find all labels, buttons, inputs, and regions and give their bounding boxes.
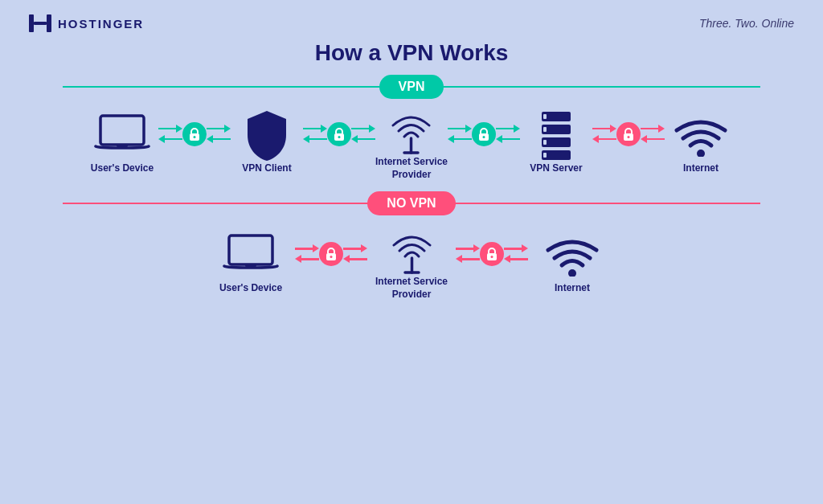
svg-point-47: [330, 256, 333, 258]
novpn-connector-2: [456, 242, 528, 266]
svg-marker-12: [321, 125, 327, 133]
hostinger-logo-icon: [29, 14, 51, 32]
svg-marker-53: [456, 255, 462, 263]
wifi-icon: [672, 111, 730, 159]
lock-icon-4: [616, 122, 641, 146]
svg-marker-39: [641, 135, 647, 143]
vpn-internet-label: Internet: [683, 162, 719, 175]
novpn-badge: NO VPN: [367, 191, 455, 215]
svg-marker-20: [465, 125, 472, 133]
svg-point-58: [568, 269, 576, 277]
novpn-divider: NO VPN: [24, 189, 799, 218]
svg-point-23: [483, 136, 485, 138]
svg-marker-17: [351, 135, 358, 143]
vpn-icon-row: User's Device: [24, 104, 799, 181]
svg-marker-34: [610, 125, 616, 133]
svg-rect-4: [104, 119, 141, 141]
svg-marker-38: [658, 125, 665, 133]
svg-marker-21: [448, 135, 454, 143]
server-icon: [535, 111, 577, 159]
laptop-icon-2: [223, 231, 279, 279]
svg-rect-33: [543, 153, 547, 158]
wifi-icon-2: [543, 231, 601, 279]
shield-icon: [243, 111, 291, 159]
svg-point-15: [338, 136, 340, 138]
svg-rect-29: [543, 127, 547, 132]
connector-1: [158, 122, 231, 146]
svg-marker-11: [207, 135, 213, 143]
vpn-user-device: User's Device: [86, 111, 158, 175]
svg-point-55: [491, 256, 493, 258]
svg-marker-6: [176, 125, 182, 133]
novpn-user-device: User's Device: [207, 231, 295, 295]
novpn-isp: Internet ServiceProvider: [367, 224, 456, 301]
novpn-isp-label: Internet ServiceProvider: [375, 276, 448, 301]
novpn-icon-row: User's Device: [24, 224, 799, 301]
svg-point-9: [193, 136, 195, 138]
laptop-icon: [94, 111, 150, 159]
novpn-lock-2: [480, 242, 504, 266]
diagrams: VPN User's Device: [0, 66, 823, 504]
svg-marker-16: [369, 125, 375, 133]
vpn-server-label: VPN Server: [530, 162, 582, 175]
svg-point-37: [628, 136, 630, 138]
svg-marker-35: [592, 135, 599, 143]
svg-marker-10: [224, 125, 231, 133]
svg-marker-44: [313, 244, 319, 252]
antenna-icon: [385, 104, 437, 153]
vpn-client-label: VPN Client: [242, 162, 291, 175]
novpn-internet-label: Internet: [555, 282, 590, 295]
tagline: Three. Two. Online: [699, 17, 794, 30]
novpn-user-device-label: User's Device: [219, 282, 282, 295]
svg-marker-45: [295, 255, 301, 263]
page: HOSTINGER Three. Two. Online How a VPN W…: [0, 0, 823, 504]
lock-icon-1: [182, 122, 207, 146]
novpn-lock-1: [319, 242, 343, 266]
svg-rect-31: [543, 140, 547, 145]
svg-rect-0: [29, 14, 34, 32]
svg-rect-27: [543, 114, 547, 119]
header: HOSTINGER Three. Two. Online: [0, 0, 823, 32]
vpn-divider: VPN: [24, 72, 799, 101]
vpn-isp: Internet ServiceProvider: [375, 104, 448, 181]
connector-4: [592, 122, 665, 146]
vpn-user-device-label: User's Device: [91, 162, 154, 175]
vpn-client: VPN Client: [231, 111, 303, 175]
lock-icon-2: [327, 122, 351, 146]
svg-point-40: [697, 150, 705, 157]
svg-marker-25: [496, 135, 502, 143]
vpn-isp-label: Internet ServiceProvider: [375, 156, 448, 181]
vpn-badge: VPN: [379, 75, 444, 99]
main-title: How a VPN Works: [315, 40, 509, 66]
svg-rect-2: [34, 22, 47, 25]
svg-marker-52: [473, 244, 480, 252]
vpn-server: VPN Server: [520, 111, 592, 175]
connector-3: [448, 122, 520, 146]
svg-rect-5: [117, 145, 128, 147]
svg-marker-7: [158, 135, 165, 143]
connector-2: [303, 122, 375, 146]
logo-text: HOSTINGER: [58, 17, 144, 31]
svg-marker-48: [361, 244, 367, 252]
svg-marker-13: [303, 135, 309, 143]
vpn-internet: Internet: [665, 111, 737, 175]
svg-marker-57: [504, 255, 510, 263]
svg-rect-43: [245, 264, 256, 267]
logo: HOSTINGER: [29, 14, 144, 32]
svg-marker-56: [522, 244, 528, 252]
svg-marker-24: [514, 125, 520, 133]
lock-icon-3: [472, 122, 496, 146]
antenna-icon-2: [386, 224, 438, 272]
novpn-connector-1: [295, 242, 367, 266]
svg-marker-49: [343, 255, 350, 263]
svg-rect-42: [232, 239, 269, 261]
novpn-internet: Internet: [528, 231, 616, 295]
svg-rect-1: [47, 14, 51, 32]
